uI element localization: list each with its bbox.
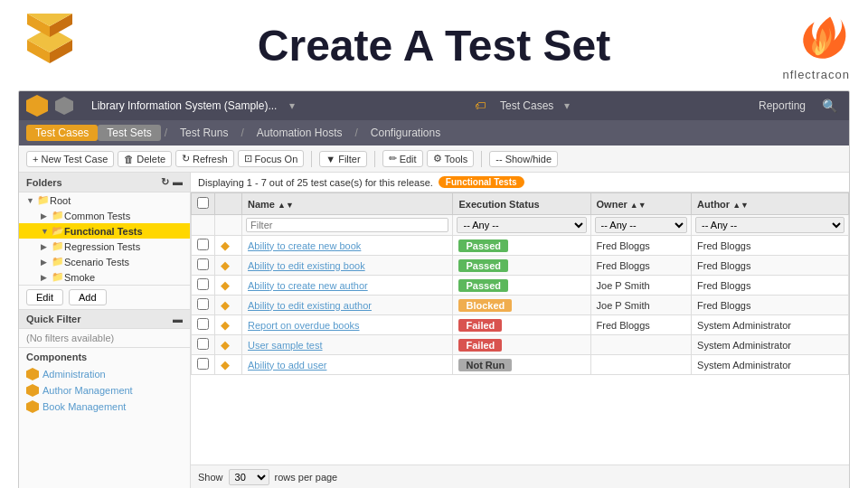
component-author[interactable]: Author Management [19, 382, 190, 399]
add-folder-button[interactable]: Add [69, 289, 107, 305]
row-checkbox-2[interactable] [197, 278, 209, 290]
col-header-check[interactable] [192, 193, 215, 215]
tree-item-smoke[interactable]: ▶ 📁 Smoke [19, 269, 190, 285]
col-header-name: Name ▲▼ [242, 193, 453, 215]
filter-author-select[interactable]: -- Any -- [695, 217, 844, 233]
tree-item-root[interactable]: ▼ 📁 Root [19, 192, 190, 208]
folder-icon-root: 📁 [37, 194, 50, 206]
tab-automationhosts[interactable]: Automation Hosts [248, 125, 352, 141]
table-row: ◆Ability to create new bookPassedFred Bl… [192, 236, 849, 256]
spira-logo [18, 14, 81, 77]
tree-arrow-common: ▶ [41, 211, 52, 221]
component-administration[interactable]: Administration [19, 366, 190, 382]
nav-testcases[interactable]: Test Cases [489, 99, 564, 112]
tree-item-scenario[interactable]: ▶ 📁 Scenario Tests [19, 254, 190, 269]
row-name-cell-0[interactable]: Ability to create new book [242, 236, 453, 256]
edit-folder-button[interactable]: Edit [26, 289, 63, 305]
quick-filter-collapse-icon[interactable]: ▬ [173, 314, 183, 324]
row-checkbox-3[interactable] [197, 298, 209, 310]
showhide-button[interactable]: -- Show/hide [489, 151, 558, 167]
sort-author-icon[interactable]: ▲▼ [732, 201, 749, 210]
search-icon[interactable]: 🔍 [816, 93, 842, 118]
tree-item-functional[interactable]: ▼ 📂 Functional Tests [19, 223, 190, 239]
row-check-cell-0[interactable] [192, 236, 215, 256]
filter-button[interactable]: ▼ Filter [319, 151, 366, 167]
components-header: Components [19, 347, 190, 366]
row-name-cell-6[interactable]: Ability to add user [242, 355, 453, 375]
filter-owner-select[interactable]: -- Any -- [595, 217, 688, 233]
filter-author-cell[interactable]: -- Any -- [692, 215, 849, 236]
row-name-cell-4[interactable]: Report on overdue books [242, 315, 453, 335]
brand-name: nflectracon [782, 68, 850, 81]
tree-item-regression[interactable]: ▶ 📁 Regression Tests [19, 239, 190, 254]
tab-sep1: / [165, 127, 167, 139]
brand-logo: nflectracon [741, 9, 850, 81]
col-header-status: Execution Status [453, 193, 590, 215]
tab-testruns[interactable]: Test Runs [171, 125, 237, 141]
filter-badge[interactable]: Functional Tests [439, 176, 524, 188]
row-name-link-6[interactable]: Ability to add user [248, 360, 326, 371]
row-status-cell-0: Passed [453, 236, 590, 256]
filter-owner-cell[interactable]: -- Any -- [590, 215, 692, 236]
row-name-cell-1[interactable]: Ability to edit existing book [242, 256, 453, 276]
main-area: Folders ↻ ▬ ▼ 📁 Root ▶ 📁 Common Tests ▼ … [19, 173, 849, 488]
refresh-folder-icon[interactable]: ↻ [161, 176, 169, 188]
tools-button[interactable]: ⚙ Tools [427, 150, 475, 167]
tree-item-common[interactable]: ▶ 📁 Common Tests [19, 208, 190, 223]
tab-testcases[interactable]: Test Cases [26, 125, 98, 141]
nav-hexagon-icon[interactable] [26, 95, 48, 117]
filter-status-cell[interactable]: -- Any -- Passed Failed Blocked Not Run [453, 215, 590, 236]
row-checkbox-1[interactable] [197, 258, 209, 270]
row-name-cell-5[interactable]: User sample test [242, 335, 453, 355]
row-name-link-0[interactable]: Ability to create new book [248, 240, 361, 251]
sort-name-icon[interactable]: ▲▼ [278, 201, 294, 210]
row-checkbox-6[interactable] [197, 358, 209, 370]
focuson-button[interactable]: ⊡ Focus On [238, 150, 305, 167]
row-name-cell-2[interactable]: Ability to create new author [242, 276, 453, 296]
inflectra-flame-logo [787, 9, 850, 68]
folder-icon-smoke: 📁 [52, 271, 64, 283]
second-nav: Test Cases Test Sets / Test Runs / Autom… [19, 120, 849, 145]
row-name-link-5[interactable]: User sample test [248, 340, 323, 351]
row-check-cell-2[interactable] [192, 276, 215, 296]
new-test-case-button[interactable]: + New Test Case [26, 151, 114, 167]
refresh-button[interactable]: ↻ Refresh [175, 150, 234, 167]
folder-icon-scenario: 📁 [52, 256, 64, 267]
row-name-link-1[interactable]: Ability to edit existing book [248, 260, 365, 271]
edit-button[interactable]: ✏ Edit [382, 150, 423, 167]
sort-owner-icon[interactable]: ▲▼ [630, 201, 646, 210]
nav-reporting[interactable]: Reporting [748, 99, 816, 112]
filter-name-input[interactable] [246, 218, 448, 232]
row-check-cell-4[interactable] [192, 315, 215, 335]
nav-project[interactable]: Library Information System (Sample)... [80, 99, 288, 112]
row-status-cell-2: Passed [453, 276, 590, 296]
row-name-link-4[interactable]: Report on overdue books [248, 320, 360, 331]
filter-status-select[interactable]: -- Any -- Passed Failed Blocked Not Run [457, 217, 586, 233]
tree-arrow-smoke: ▶ [41, 273, 52, 282]
rows-per-page-select[interactable]: 30 15 50 100 [229, 469, 269, 485]
row-check-cell-1[interactable] [192, 256, 215, 276]
collapse-folder-icon[interactable]: ▬ [173, 176, 183, 188]
row-status-cell-4: Failed [453, 315, 590, 335]
toolbar-sep2 [374, 151, 375, 167]
table-row: ◆Ability to add userNot RunSystem Admini… [192, 355, 849, 375]
row-checkbox-0[interactable] [197, 239, 209, 250]
component-book[interactable]: Book Management [19, 399, 190, 415]
filter-name-cell[interactable] [242, 215, 453, 236]
row-name-link-3[interactable]: Ability to edit existing author [248, 300, 372, 311]
row-checkbox-5[interactable] [197, 338, 209, 350]
row-checkbox-4[interactable] [197, 318, 209, 330]
tab-testsets[interactable]: Test Sets [98, 125, 160, 141]
title-area: Create A Test Set [127, 21, 741, 70]
col-header-icon [215, 193, 242, 215]
row-check-cell-5[interactable] [192, 335, 215, 355]
tab-configurations[interactable]: Configurations [362, 125, 449, 141]
row-check-cell-6[interactable] [192, 355, 215, 375]
row-author-cell-5: System Administrator [692, 335, 849, 355]
row-check-cell-3[interactable] [192, 296, 215, 315]
tree-arrow-root: ▼ [26, 196, 37, 205]
delete-button[interactable]: 🗑 Delete [118, 151, 172, 167]
row-name-cell-3[interactable]: Ability to edit existing author [242, 296, 453, 315]
row-name-link-2[interactable]: Ability to create new author [248, 280, 368, 291]
select-all-checkbox[interactable] [197, 197, 209, 209]
